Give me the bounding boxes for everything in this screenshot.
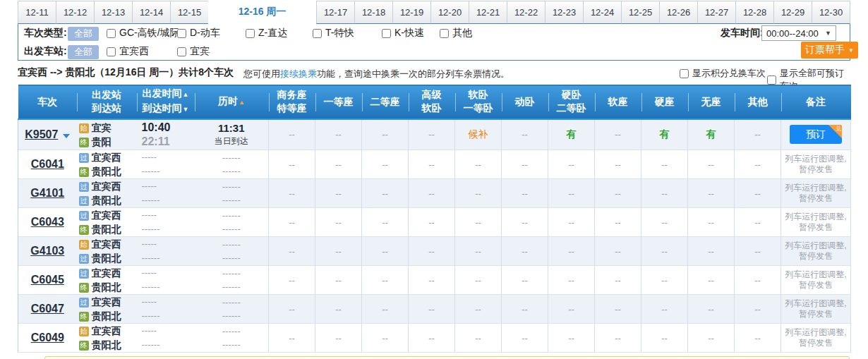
date-tab-12-11[interactable]: 12-11 bbox=[18, 1, 56, 24]
train-number-link[interactable]: C6045 bbox=[31, 274, 64, 286]
train-type-option-1[interactable]: GC-高铁/城际 bbox=[107, 27, 180, 39]
seat-cell-9: -- bbox=[641, 295, 688, 324]
seat-cell-11: -- bbox=[735, 237, 781, 266]
date-tab-12-25[interactable]: 12-25 bbox=[621, 1, 659, 24]
remark-cell: 预订兑 bbox=[781, 119, 851, 150]
train-type-checkbox-6[interactable] bbox=[440, 29, 449, 38]
remark-text: 列车运行图调整,暂停发售 bbox=[781, 269, 850, 291]
date-tab-12-14[interactable]: 12-14 bbox=[132, 1, 170, 24]
date-tab-12-15[interactable]: 12-15 bbox=[170, 1, 208, 24]
train-type-option-5[interactable]: K-快速 bbox=[382, 27, 424, 39]
date-tab-12-17[interactable]: 12-17 bbox=[316, 1, 354, 24]
date-tab-12-24[interactable]: 12-24 bbox=[583, 1, 621, 24]
train-type-option-6[interactable]: 其他 bbox=[440, 27, 472, 39]
seat-cell-6: -- bbox=[502, 266, 548, 295]
booking-helper-button[interactable]: 订票帮手 ▼ bbox=[801, 42, 858, 59]
train-type-checkbox-2[interactable] bbox=[177, 29, 186, 38]
show-points-trains-checkbox[interactable]: 显示积分兑换车次 bbox=[680, 67, 766, 80]
date-tab-12-13[interactable]: 12-13 bbox=[94, 1, 132, 24]
seat-cell-8: -- bbox=[595, 266, 641, 295]
date-tab-12-21[interactable]: 12-21 bbox=[469, 1, 507, 24]
route-summary: 宜宾西 --> 贵阳北（12月16日 周一）共计8个车次 bbox=[18, 66, 234, 79]
date-tab-12-20[interactable]: 12-20 bbox=[430, 1, 469, 24]
times-cell: 10:4022:11 bbox=[137, 119, 195, 150]
date-tab-12-19[interactable]: 12-19 bbox=[392, 1, 430, 24]
seat-cell-7: -- bbox=[548, 208, 595, 237]
from-station-line: 过宜宾西 bbox=[79, 150, 137, 164]
train-type-checkbox-4[interactable] bbox=[313, 29, 322, 38]
depart-station-option-1[interactable]: 宜宾西 bbox=[107, 45, 149, 58]
date-tab-12-18[interactable]: 12-18 bbox=[354, 1, 392, 24]
train-number-link[interactable]: K9507 bbox=[25, 128, 58, 140]
transfer-link[interactable]: 接续换乘 bbox=[280, 68, 317, 79]
seat-cell-1: -- bbox=[269, 179, 315, 208]
from-station-line: 始宜宾西 bbox=[79, 237, 137, 251]
date-tab-selected[interactable]: 12-16 周一 bbox=[215, 1, 309, 25]
date-tab-12-26[interactable]: 12-26 bbox=[659, 1, 697, 24]
from-station-name: 宜宾西 bbox=[92, 267, 121, 279]
to-station-name: 贵阳北 bbox=[92, 166, 121, 177]
col-header-3[interactable]: 出发时间▲到达时间▼ bbox=[137, 85, 195, 119]
date-tab-12-30[interactable]: 12-30 bbox=[812, 1, 850, 24]
duration-note: ------ bbox=[195, 251, 269, 264]
sort-desc-icon[interactable]: ▼ bbox=[183, 106, 189, 113]
depart-station-option-2[interactable]: 宜宾 bbox=[177, 45, 210, 58]
station-badge-终: 终 bbox=[79, 138, 89, 147]
train-type-checkbox-5[interactable] bbox=[382, 29, 391, 38]
chevron-down-icon: ▼ bbox=[825, 30, 831, 37]
train-type-option-3[interactable]: Z-直达 bbox=[246, 27, 287, 39]
station-badge-过: 过 bbox=[79, 269, 89, 279]
date-tab-12-12[interactable]: 12-12 bbox=[56, 1, 94, 24]
all-bookable-checkbox-input[interactable] bbox=[767, 75, 776, 85]
seat-cell-9: -- bbox=[641, 324, 688, 353]
train-number-link[interactable]: C6049 bbox=[31, 331, 64, 343]
train-number-cell: C6043 bbox=[18, 208, 77, 237]
arrive-time: ------ bbox=[142, 280, 195, 294]
book-button[interactable]: 预订兑 bbox=[790, 125, 842, 144]
expand-stops-icon[interactable] bbox=[63, 134, 70, 138]
station-badge-过: 过 bbox=[79, 211, 89, 221]
seat-cell-2: -- bbox=[315, 208, 362, 237]
depart-time-select[interactable]: 00:00--24:00 ▼ bbox=[761, 25, 836, 41]
train-number-link[interactable]: G4101 bbox=[30, 187, 64, 199]
train-type-option-2[interactable]: D-动车 bbox=[177, 27, 220, 39]
train-type-option-4[interactable]: T-特快 bbox=[313, 27, 354, 39]
sort-asc-icon[interactable]: ▲ bbox=[183, 91, 189, 98]
depart-station-checkbox-1[interactable] bbox=[107, 47, 116, 56]
depart-time: ----- bbox=[142, 208, 195, 222]
seat-cell-11: -- bbox=[735, 150, 781, 179]
depart-station-all-badge[interactable]: 全部 bbox=[68, 45, 99, 59]
date-tab-12-29[interactable]: 12-29 bbox=[773, 1, 812, 24]
points-trains-checkbox-input[interactable] bbox=[680, 69, 689, 78]
duration-value: ------ bbox=[195, 180, 269, 193]
date-tab-12-23[interactable]: 12-23 bbox=[545, 1, 583, 24]
train-type-all-badge[interactable]: 全部 bbox=[68, 27, 99, 41]
seat-cell-5: -- bbox=[455, 324, 502, 353]
date-tab-12-28[interactable]: 12-28 bbox=[735, 1, 773, 24]
date-tab-12-27[interactable]: 12-27 bbox=[697, 1, 735, 24]
times-cell: ----------- bbox=[137, 324, 195, 353]
remark-cell: 列车运行图调整,暂停发售 bbox=[781, 324, 851, 353]
seat-cell-8: -- bbox=[595, 179, 641, 208]
header-separator bbox=[781, 93, 782, 111]
arrive-time: ------ bbox=[142, 251, 195, 265]
col-header-11: 硬卧二等卧 bbox=[548, 85, 595, 119]
duration-cell: ------------ bbox=[195, 208, 269, 237]
date-tab-12-22[interactable]: 12-22 bbox=[507, 1, 545, 24]
train-type-checkbox-1[interactable] bbox=[107, 29, 116, 38]
depart-station-checkbox-2[interactable] bbox=[177, 47, 186, 56]
train-number-link[interactable]: G4103 bbox=[30, 245, 64, 257]
train-number-link[interactable]: C6043 bbox=[31, 216, 64, 228]
transfer-tip: 您可使用接续换乘功能，查询途中换乘一次的部分列车余票情况。 bbox=[243, 68, 510, 80]
train-type-checkbox-3[interactable] bbox=[246, 29, 255, 38]
train-number-link[interactable]: C6047 bbox=[31, 303, 64, 315]
from-station-name: 宜宾西 bbox=[92, 152, 121, 163]
train-type-option-label: K-快速 bbox=[394, 27, 424, 39]
stations-cell: 过宜宾西终贵阳北 bbox=[77, 266, 137, 295]
col-header-10: 动卧 bbox=[502, 85, 548, 119]
duration-cell: ------------ bbox=[195, 295, 269, 324]
train-type-label: 车次类型: bbox=[24, 27, 67, 39]
train-number-link[interactable]: C6041 bbox=[31, 158, 64, 170]
col-header-4[interactable]: 历时▲ bbox=[195, 85, 269, 119]
sort-asc-icon[interactable]: ▲ bbox=[239, 99, 245, 106]
